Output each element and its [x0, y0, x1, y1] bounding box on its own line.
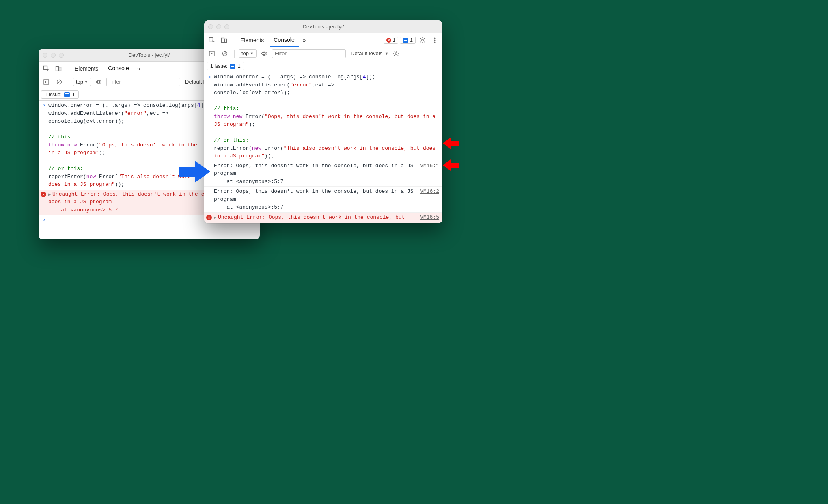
- expand-triangle-icon[interactable]: ▶: [214, 215, 216, 220]
- tab-overflow[interactable]: »: [300, 33, 308, 47]
- log-text: Error: Oops, this doesn't work in the co…: [214, 187, 417, 211]
- divider: [234, 50, 235, 58]
- toggle-sidebar-icon[interactable]: [207, 48, 217, 59]
- source-link[interactable]: VM16:1: [420, 162, 439, 170]
- window-controls: [43, 53, 64, 58]
- svg-rect-2: [59, 67, 61, 71]
- svg-line-6: [58, 80, 61, 84]
- expand-triangle-icon[interactable]: ▶: [48, 192, 51, 197]
- error-icon: ✕: [206, 215, 212, 220]
- zoom-dot[interactable]: [224, 24, 229, 29]
- prompt-icon: ›: [40, 216, 48, 224]
- device-toolbar-icon[interactable]: [219, 35, 229, 45]
- panel-tabs: Elements Console » ✕1 1: [204, 33, 442, 47]
- context-select[interactable]: top: [73, 78, 91, 86]
- inspect-icon[interactable]: [41, 63, 52, 74]
- message-icon: [64, 92, 70, 97]
- titlebar: DevTools - jec.fyi/: [204, 20, 442, 33]
- issues-bar: 1 Issue: 1: [204, 60, 442, 72]
- divider: [69, 78, 69, 86]
- error-icon: ✕: [41, 192, 46, 197]
- message-icon: [403, 38, 408, 43]
- tab-console[interactable]: Console: [104, 62, 133, 75]
- svg-rect-9: [222, 38, 224, 42]
- console-error-row[interactable]: ✕ ▶Uncaught Error: Oops, this doesn't wo…: [204, 213, 442, 224]
- svg-line-17: [223, 52, 226, 55]
- console-output: › window.onerror = (...args) => console.…: [204, 72, 442, 223]
- code-entry: window.onerror = (...args) => console.lo…: [214, 73, 439, 160]
- minimize-dot[interactable]: [216, 24, 221, 29]
- zoom-dot[interactable]: [59, 53, 64, 58]
- window-title: DevTools - jec.fyi/: [204, 24, 442, 30]
- prompt-icon: ›: [40, 101, 48, 110]
- divider: [233, 36, 233, 44]
- close-dot[interactable]: [208, 24, 213, 29]
- close-dot[interactable]: [43, 53, 47, 58]
- more-icon[interactable]: [429, 35, 440, 45]
- svg-rect-10: [225, 39, 227, 42]
- console-input-row: › window.onerror = (...args) => console.…: [204, 72, 442, 161]
- filter-input[interactable]: [272, 49, 346, 58]
- source-link[interactable]: VM16:5: [420, 213, 439, 222]
- svg-rect-1: [56, 66, 59, 71]
- levels-select[interactable]: Default levels: [351, 50, 388, 56]
- svg-point-7: [97, 81, 100, 83]
- message-count-badge[interactable]: 1: [400, 37, 416, 44]
- error-count-badge[interactable]: ✕1: [384, 37, 399, 44]
- context-select[interactable]: top: [239, 49, 257, 58]
- console-log-row[interactable]: Error: Oops, this doesn't work in the co…: [204, 187, 442, 213]
- console-log-row[interactable]: Error: Oops, this doesn't work in the co…: [204, 161, 442, 187]
- divider: [67, 65, 67, 73]
- svg-point-11: [422, 39, 423, 41]
- annotation-red-arrow-left: [442, 159, 459, 171]
- source-link[interactable]: VM16:2: [420, 187, 439, 196]
- svg-point-18: [263, 52, 265, 55]
- tab-overflow[interactable]: »: [135, 62, 143, 75]
- prompt-icon: ›: [206, 73, 214, 81]
- toggle-sidebar-icon[interactable]: [41, 77, 52, 87]
- error-text: Uncaught Error: Oops, this doesn't work …: [214, 214, 408, 224]
- console-toolbar: top Default levels: [204, 47, 442, 60]
- svg-point-14: [434, 41, 435, 43]
- issues-pill[interactable]: 1 Issue: 1: [41, 90, 79, 99]
- inspect-icon[interactable]: [207, 35, 217, 45]
- device-toolbar-icon[interactable]: [53, 63, 64, 74]
- svg-point-13: [434, 39, 435, 41]
- clear-console-icon[interactable]: [220, 48, 230, 59]
- tab-elements[interactable]: Elements: [236, 33, 268, 47]
- live-expression-icon[interactable]: [93, 77, 104, 87]
- annotation-red-arrow-left: [442, 137, 459, 149]
- window-controls: [208, 24, 229, 29]
- svg-point-19: [395, 52, 397, 54]
- log-text: Error: Oops, this doesn't work in the co…: [214, 162, 417, 186]
- message-icon: [230, 64, 235, 69]
- minimize-dot[interactable]: [51, 53, 56, 58]
- svg-point-12: [434, 37, 435, 39]
- console-settings-icon[interactable]: [391, 48, 401, 59]
- clear-console-icon[interactable]: [54, 77, 65, 87]
- issues-pill[interactable]: 1 Issue: 1: [207, 62, 244, 70]
- settings-icon[interactable]: [417, 35, 428, 45]
- tab-console[interactable]: Console: [270, 33, 298, 47]
- devtools-window-right: DevTools - jec.fyi/ Elements Console » ✕…: [204, 20, 442, 223]
- live-expression-icon[interactable]: [259, 48, 270, 59]
- tab-elements[interactable]: Elements: [71, 62, 102, 75]
- filter-input[interactable]: [106, 78, 180, 86]
